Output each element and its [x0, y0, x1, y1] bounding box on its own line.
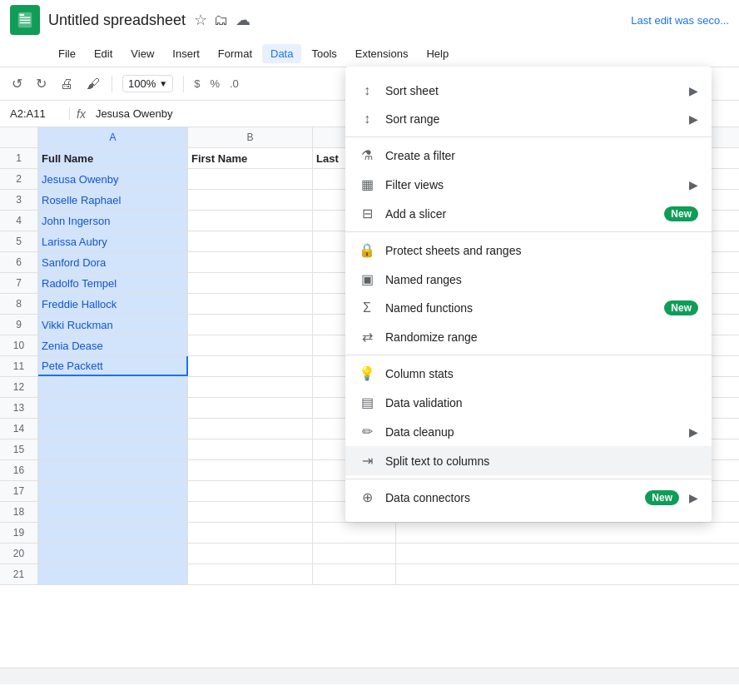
cell-a-17[interactable] [38, 481, 188, 501]
cell-b-18[interactable] [188, 502, 313, 522]
cell-a-2[interactable]: Jesusa Owenby [38, 169, 188, 189]
zoom-selector[interactable]: 100% ▼ [122, 75, 173, 92]
cell-b-3[interactable] [188, 190, 313, 210]
menu-item-filter-views[interactable]: ▦Filter views▶ [345, 170, 712, 199]
row-number[interactable]: 2 [0, 169, 38, 189]
cell-b-14[interactable] [188, 419, 313, 439]
menu-item-sort-range[interactable]: ↕Sort range▶ [345, 105, 712, 133]
cloud-icon[interactable]: ☁ [236, 11, 250, 29]
menu-item-named-ranges[interactable]: ▣Named ranges [345, 265, 712, 294]
row-number[interactable]: 6 [0, 252, 38, 272]
menu-file[interactable]: File [50, 44, 84, 63]
cell-a-1[interactable]: Full Name [38, 148, 188, 168]
cell-a-20[interactable] [38, 544, 188, 563]
cell-a-8[interactable]: Freddie Hallock [38, 294, 188, 314]
row-number[interactable]: 18 [0, 502, 38, 522]
star-icon[interactable]: ☆ [194, 11, 207, 29]
cell-a-4[interactable]: John Ingerson [38, 211, 188, 231]
cell-b-13[interactable] [188, 398, 313, 418]
menu-insert[interactable]: Insert [164, 44, 208, 63]
redo-button[interactable]: ↻ [31, 72, 52, 95]
currency-button[interactable]: $ [191, 76, 203, 92]
menu-item-column-stats[interactable]: 💡Column stats [345, 359, 712, 388]
data-menu[interactable]: ↕Sort sheet▶↕Sort range▶⚗Create a filter… [345, 67, 712, 522]
paint-format-button[interactable]: 🖌 [82, 73, 105, 95]
undo-button[interactable]: ↺ [7, 72, 27, 95]
row-number[interactable]: 9 [0, 315, 38, 335]
cell-b-7[interactable] [188, 273, 313, 293]
cell-b-17[interactable] [188, 481, 313, 501]
menu-item-randomize-range[interactable]: ⇄Randomize range [345, 322, 712, 351]
menu-item-add-slicer[interactable]: ⊟Add a slicerNew [345, 199, 712, 228]
row-number[interactable]: 10 [0, 335, 38, 355]
cell-a-16[interactable] [38, 460, 188, 480]
row-number[interactable]: 16 [0, 460, 38, 480]
cell-a-14[interactable] [38, 419, 188, 439]
cell-a-11[interactable]: Pete Packett [38, 356, 188, 376]
menu-item-data-validation[interactable]: ▤Data validation [345, 388, 712, 417]
menu-format[interactable]: Format [210, 44, 260, 63]
cell-b-6[interactable] [188, 252, 313, 272]
cell-b-8[interactable] [188, 294, 313, 314]
cell-c-20[interactable] [313, 544, 396, 563]
menu-item-protect-sheets[interactable]: 🔒Protect sheets and ranges [345, 236, 712, 265]
menu-item-data-cleanup[interactable]: ✏Data cleanup▶ [345, 417, 712, 446]
cell-b-20[interactable] [188, 544, 313, 563]
menu-help[interactable]: Help [418, 44, 457, 63]
menu-data[interactable]: Data [262, 44, 301, 63]
cell-a-13[interactable] [38, 398, 188, 418]
cell-a-19[interactable] [38, 523, 188, 543]
cell-b-19[interactable] [188, 523, 313, 543]
cell-b-9[interactable] [188, 315, 313, 335]
row-number[interactable]: 21 [0, 564, 38, 584]
row-number[interactable]: 8 [0, 294, 38, 314]
cell-b-16[interactable] [188, 460, 313, 480]
menu-item-split-text[interactable]: ⇥Split text to columns [345, 446, 712, 475]
menu-item-data-connectors[interactable]: ⊕Data connectorsNew▶ [345, 483, 712, 512]
row-number[interactable]: 7 [0, 273, 38, 293]
menu-tools[interactable]: Tools [303, 44, 345, 63]
cell-a-15[interactable] [38, 439, 188, 459]
cell-b-10[interactable] [188, 335, 313, 355]
row-number[interactable]: 12 [0, 377, 38, 397]
cell-b-2[interactable] [188, 169, 313, 189]
cell-b-12[interactable] [188, 377, 313, 397]
row-number[interactable]: 20 [0, 544, 38, 563]
folder-icon[interactable]: 🗂 [214, 12, 229, 29]
menu-item-named-functions[interactable]: ΣNamed functionsNew [345, 294, 712, 322]
row-number[interactable]: 19 [0, 523, 38, 543]
row-number[interactable]: 4 [0, 211, 38, 231]
cell-a-7[interactable]: Radolfo Tempel [38, 273, 188, 293]
menu-edit[interactable]: Edit [86, 44, 121, 63]
cell-a-9[interactable]: Vikki Ruckman [38, 315, 188, 335]
cell-a-12[interactable] [38, 377, 188, 397]
cell-b-1[interactable]: First Name [188, 148, 313, 168]
col-header-a[interactable]: A [38, 127, 188, 147]
row-number[interactable]: 13 [0, 398, 38, 418]
cell-a-3[interactable]: Roselle Raphael [38, 190, 188, 210]
menu-item-sort-sheet[interactable]: ↕Sort sheet▶ [345, 77, 712, 105]
row-number[interactable]: 1 [0, 148, 38, 168]
menu-extensions[interactable]: Extensions [347, 44, 417, 63]
decimal-button[interactable]: .0 [226, 76, 242, 92]
print-button[interactable]: 🖨 [55, 73, 78, 95]
row-number[interactable]: 5 [0, 231, 38, 251]
menu-view[interactable]: View [122, 44, 162, 63]
row-number[interactable]: 17 [0, 481, 38, 501]
cell-a-5[interactable]: Larissa Aubry [38, 231, 188, 251]
row-number[interactable]: 3 [0, 190, 38, 210]
percent-button[interactable]: % [206, 76, 223, 92]
cell-b-15[interactable] [188, 439, 313, 459]
row-number[interactable]: 11 [0, 356, 38, 376]
cell-b-5[interactable] [188, 231, 313, 251]
menu-item-create-filter[interactable]: ⚗Create a filter [345, 141, 712, 170]
row-number[interactable]: 14 [0, 419, 38, 439]
cell-c-19[interactable] [313, 523, 396, 543]
col-header-b[interactable]: B [188, 127, 313, 147]
row-number[interactable]: 15 [0, 439, 38, 459]
cell-a-6[interactable]: Sanford Dora [38, 252, 188, 272]
cell-a-18[interactable] [38, 502, 188, 522]
cell-b-11[interactable] [188, 356, 313, 376]
bottom-bar[interactable] [0, 668, 739, 684]
cell-reference[interactable] [3, 107, 70, 120]
